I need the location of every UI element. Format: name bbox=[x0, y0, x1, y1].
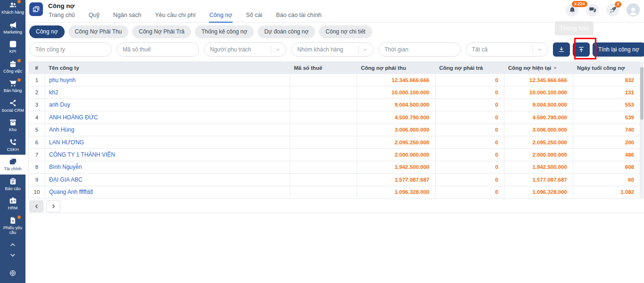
cell-tax bbox=[290, 86, 357, 98]
col-header-index[interactable]: # bbox=[28, 65, 45, 71]
gear-icon[interactable] bbox=[7, 281, 19, 283]
filter-field[interactable]: Mã số thuế bbox=[117, 42, 199, 57]
upload-icon bbox=[577, 46, 585, 53]
cell-payable: 0 bbox=[435, 111, 504, 123]
company-link[interactable]: CÔNG TY 1 THÀNH VIÊN bbox=[49, 151, 115, 158]
sort-desc-icon: ▾ bbox=[554, 66, 556, 70]
download-icon bbox=[558, 46, 565, 53]
filter-field[interactable]: Thời gian bbox=[378, 42, 461, 57]
col-header-receivable[interactable]: Công nợ phải thu bbox=[357, 65, 435, 71]
sidebar-item[interactable]: HRM bbox=[0, 194, 25, 214]
module-tab[interactable]: Yêu cầu chi phí bbox=[155, 10, 196, 23]
subtab-pill[interactable]: Dự đoán công nợ bbox=[258, 25, 315, 38]
chat-button[interactable] bbox=[586, 4, 599, 17]
col-header-tax[interactable]: Mã số thuế bbox=[290, 65, 357, 71]
export-button[interactable] bbox=[553, 42, 570, 57]
sidebar-item[interactable]: CSKH bbox=[0, 135, 25, 155]
prev-page-button[interactable] bbox=[29, 200, 43, 212]
company-link[interactable]: Quang Anh fffffdđ bbox=[49, 189, 93, 195]
globe-icon[interactable] bbox=[7, 266, 19, 280]
scrollbar-thumb[interactable] bbox=[640, 67, 644, 120]
module-tab[interactable]: Công nợ bbox=[209, 10, 233, 23]
sidebar-item[interactable]: Kho bbox=[0, 116, 25, 135]
sidebar-item[interactable]: Marketing bbox=[0, 18, 25, 38]
table-row[interactable]: 5 Anh Hùng 3.006.000.000 0 3.006.000.000… bbox=[29, 124, 640, 136]
cell-index: 4 bbox=[29, 111, 45, 123]
cell-index: 6 bbox=[29, 136, 45, 148]
subtab-pill[interactable]: Công Nợ Phải Thu bbox=[68, 25, 129, 38]
filter-field[interactable]: Tất cả bbox=[466, 42, 548, 57]
table-row[interactable]: 10 Quang Anh fffffdđ 1.096.328.000 0 1.0… bbox=[29, 186, 640, 199]
collapse-down-icon[interactable] bbox=[7, 250, 19, 260]
next-page-button[interactable] bbox=[46, 200, 60, 212]
cell-company: ĐẠI GIA ABC bbox=[45, 174, 290, 185]
collapse-up-icon[interactable] bbox=[7, 240, 19, 250]
table-row[interactable]: 8 Bình Nguyễn 1.942.500.000 0 1.942.500.… bbox=[29, 161, 640, 174]
company-link[interactable]: Bình Nguyễn bbox=[49, 164, 82, 170]
recalculate-debt-button[interactable]: Tính lại công nợ bbox=[593, 42, 644, 57]
bottom-divider bbox=[25, 213, 644, 213]
cell-current: 4.500.790.000 bbox=[504, 111, 573, 123]
sidebar-item[interactable]: Công việc bbox=[0, 57, 25, 77]
cell-age: 131 bbox=[573, 86, 640, 98]
chevron-down-icon bbox=[358, 45, 368, 54]
table-row[interactable]: 4 ANH HOÀNG ĐỨC 4.500.790.000 0 4.500.79… bbox=[29, 111, 640, 124]
idcard-icon bbox=[9, 197, 17, 205]
main-content: Công nợ Trang chủ Quỹ Ngân sách Yêu cầu … bbox=[25, 0, 644, 283]
subtab-pill[interactable]: Công nợ bbox=[29, 25, 65, 38]
cell-index: 1 bbox=[29, 74, 45, 86]
cell-company: Anh Hùng bbox=[45, 124, 290, 136]
table-row[interactable]: 1 phụ huynh 12.345.666.666 0 12.345.666.… bbox=[29, 74, 640, 86]
sidebar-item[interactable]: Phiếu yêu cầu bbox=[0, 214, 25, 238]
subtab-pill[interactable]: Công Nợ Phải Trả bbox=[132, 25, 191, 38]
company-link[interactable]: ANH HOÀNG ĐỨC bbox=[49, 114, 98, 121]
filter-field[interactable]: Tên công ty bbox=[29, 42, 112, 57]
col-header-current[interactable]: Công nợ hiện tại ▾ bbox=[504, 65, 573, 71]
subtab-pill[interactable]: Công nợ chi tiết bbox=[319, 25, 372, 38]
cell-payable: 0 bbox=[435, 86, 504, 98]
filter-field[interactable]: Nhóm khách hàng bbox=[291, 42, 374, 57]
table-row[interactable]: 2 kh2 10.000.100.000 0 10.000.100.000 13… bbox=[29, 86, 640, 99]
notifications-button[interactable]: 2.224 bbox=[566, 4, 578, 17]
cell-payable: 0 bbox=[435, 124, 504, 136]
user-avatar[interactable] bbox=[627, 3, 640, 17]
company-link[interactable]: Anh Hùng bbox=[49, 126, 74, 133]
cell-current: 2.095.250.000 bbox=[504, 136, 573, 148]
module-tab[interactable]: Trang chủ bbox=[48, 10, 75, 23]
company-link[interactable]: LAN HƯƠNG bbox=[49, 139, 84, 146]
company-link[interactable]: phụ huynh bbox=[49, 77, 75, 83]
launcher-button[interactable]: 2 bbox=[606, 4, 619, 17]
cell-company: ANH HOÀNG ĐỨC bbox=[45, 111, 290, 123]
sidebar-item[interactable]: Social CRM bbox=[0, 96, 25, 116]
company-link[interactable]: anh Duy bbox=[49, 101, 70, 108]
subtab-pill[interactable]: Thống kê công nợ bbox=[195, 25, 254, 38]
company-link[interactable]: kh2 bbox=[49, 89, 58, 96]
table-row[interactable]: 6 LAN HƯƠNG 2.095.250.000 0 2.095.250.00… bbox=[29, 136, 640, 149]
table-row[interactable]: 3 anh Duy 9.004.500.000 0 9.004.500.000 … bbox=[29, 99, 640, 111]
table-row[interactable]: 7 CÔNG TY 1 THÀNH VIÊN 2.000.000.000 0 2… bbox=[29, 149, 640, 161]
module-tab[interactable]: Báo cáo tài chính bbox=[276, 10, 322, 23]
filter-placeholder: Người phụ trách bbox=[210, 46, 271, 53]
cell-age: 200 bbox=[573, 136, 640, 148]
sidebar-item[interactable]: Bán hàng bbox=[0, 76, 25, 96]
cell-payable: 0 bbox=[435, 186, 504, 198]
sidebar-item-label: Tài chính bbox=[4, 166, 21, 172]
sidebar-item[interactable]: Khách hàng bbox=[0, 0, 25, 18]
module-tab[interactable]: Quỹ bbox=[88, 10, 100, 23]
sidebar-item[interactable]: KPI bbox=[0, 37, 25, 57]
company-link[interactable]: ĐẠI GIA ABC bbox=[49, 176, 83, 183]
cell-receivable: 4.500.790.000 bbox=[357, 111, 435, 123]
import-button[interactable] bbox=[573, 42, 590, 57]
sidebar-item[interactable]: Tài chính bbox=[0, 155, 25, 175]
sidebar-item[interactable]: Báo cáo bbox=[0, 175, 25, 194]
filter-row: Tên công ty Mã số thuế Người phụ trách bbox=[29, 42, 640, 57]
col-header-age[interactable]: Ngày tuổi công nợ bbox=[573, 65, 640, 71]
cell-receivable: 9.004.500.000 bbox=[357, 99, 435, 111]
col-header-company[interactable]: Tên công ty bbox=[45, 65, 290, 71]
module-tab[interactable]: Ngân sách bbox=[113, 10, 142, 23]
module-tab[interactable]: Số cái bbox=[245, 10, 263, 23]
col-header-payable[interactable]: Công nợ phải trả bbox=[435, 65, 504, 71]
table-row[interactable]: 9 ĐẠI GIA ABC 1.577.087.687 0 1.577.087.… bbox=[29, 174, 640, 186]
filter-field[interactable]: Người phụ trách bbox=[204, 42, 286, 57]
sidebar-item-label: Báo cáo bbox=[5, 186, 20, 191]
